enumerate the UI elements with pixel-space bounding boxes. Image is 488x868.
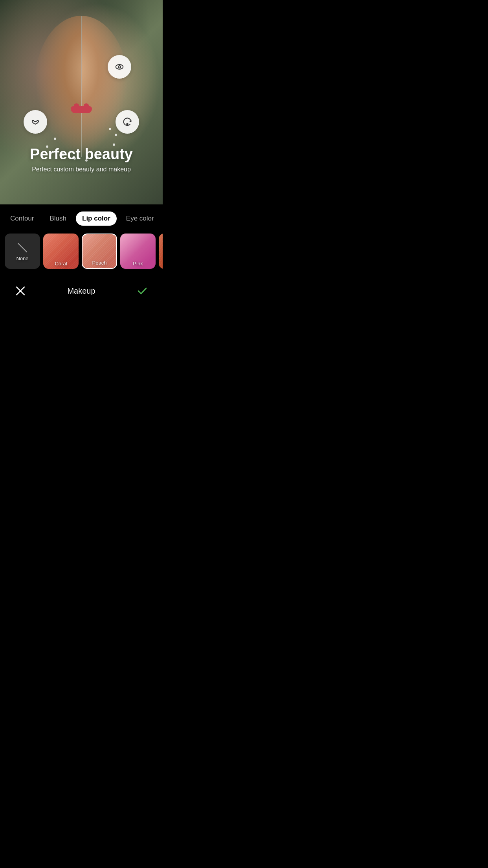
- swatch-pink-label: Pink: [120, 261, 156, 267]
- bottom-panel: Contour Blush Lip color Eye color Eyebr.…: [0, 204, 163, 309]
- swatch-peach[interactable]: Peach: [82, 234, 117, 269]
- swatches-row: None Coral Peach Pink Orange Red: [0, 230, 163, 277]
- swatch-coral[interactable]: Coral: [43, 234, 79, 269]
- tab-lip-color[interactable]: Lip color: [76, 211, 117, 226]
- tab-eye-color[interactable]: Eye color: [120, 211, 160, 226]
- swatch-orange-label: Orange: [159, 261, 163, 267]
- bottom-bar: Makeup: [0, 277, 163, 309]
- swatch-orange[interactable]: Orange: [159, 234, 163, 269]
- cancel-button[interactable]: [12, 282, 29, 300]
- confirm-button[interactable]: [134, 282, 151, 300]
- svg-point-1: [118, 66, 121, 68]
- tab-row: Contour Blush Lip color Eye color Eyebr.…: [0, 204, 163, 230]
- swatch-peach-label: Peach: [83, 260, 116, 266]
- tab-blush[interactable]: Blush: [43, 211, 73, 226]
- eye-tool-button[interactable]: [108, 55, 131, 79]
- svg-point-2: [127, 123, 128, 125]
- photo-canvas: Perfect beauty Perfect custom beauty and…: [0, 0, 163, 204]
- photo-text-overlay: Perfect beauty Perfect custom beauty and…: [0, 146, 163, 173]
- svg-point-0: [116, 64, 123, 69]
- reset-tool-button[interactable]: [116, 110, 139, 134]
- swatch-none[interactable]: None: [5, 234, 40, 269]
- none-slash-icon: [18, 243, 27, 252]
- tab-contour[interactable]: Contour: [4, 211, 40, 226]
- main-title: Perfect beauty: [8, 146, 155, 163]
- swatch-coral-label: Coral: [43, 261, 79, 267]
- bottom-title: Makeup: [67, 287, 95, 296]
- swatch-none-label: None: [16, 256, 28, 261]
- swatch-pink[interactable]: Pink: [120, 234, 156, 269]
- sub-title: Perfect custom beauty and makeup: [8, 166, 155, 173]
- lips-tool-button[interactable]: [24, 110, 47, 134]
